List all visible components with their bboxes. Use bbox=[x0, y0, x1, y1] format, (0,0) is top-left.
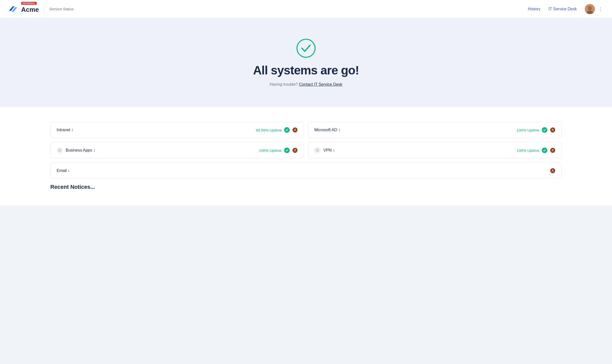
avatar-image bbox=[585, 4, 595, 14]
contact-it-link[interactable]: Contact IT Service Desk bbox=[299, 82, 342, 86]
info-icon-microsoft-ad[interactable]: ℹ bbox=[339, 128, 340, 132]
avatar[interactable] bbox=[585, 4, 595, 14]
bell-icon-business-apps[interactable]: 🔕 bbox=[292, 148, 298, 153]
svg-point-5 bbox=[588, 6, 592, 11]
bell-icon-vpn[interactable]: 🔕 bbox=[550, 148, 555, 153]
hero-subtitle: Having trouble? Contact IT Service Desk bbox=[270, 82, 342, 87]
info-icon-email[interactable]: ℹ bbox=[68, 169, 69, 173]
uptime-vpn: 100% Uptime bbox=[517, 148, 539, 153]
subtitle-prefix: Having trouble? bbox=[270, 82, 298, 86]
history-link[interactable]: History bbox=[528, 7, 541, 11]
service-card-email: Email ℹ 🔕 bbox=[50, 163, 562, 179]
bell-icon-email[interactable]: 🔕 bbox=[550, 168, 555, 173]
check-badge-intranet bbox=[284, 127, 290, 133]
info-icon-vpn[interactable]: ℹ bbox=[333, 148, 334, 152]
uptime-intranet: 99.99% Uptime bbox=[256, 128, 282, 132]
service-name-microsoft-ad: Microsoft AD ℹ bbox=[314, 128, 340, 132]
recent-notices-title: Recent Notices... bbox=[50, 184, 562, 190]
logo-text: INTERNAL Acme bbox=[21, 4, 39, 14]
recent-notices-section: Recent Notices... bbox=[50, 184, 562, 190]
svg-rect-0 bbox=[8, 4, 19, 14]
header: INTERNAL Acme Service Status History IT … bbox=[0, 0, 612, 18]
main-content: Intranet ℹ 99.99% Uptime 🔕 Microsoft AD … bbox=[0, 107, 612, 205]
page-label: Service Status bbox=[49, 7, 74, 11]
logo-link[interactable]: INTERNAL Acme bbox=[8, 4, 39, 14]
service-status-microsoft-ad: 100% Uptime 🔕 bbox=[517, 127, 555, 133]
header-divider bbox=[44, 5, 44, 13]
check-badge-vpn bbox=[542, 148, 547, 153]
service-name-business-apps: Business Apps ℹ bbox=[66, 148, 95, 153]
service-name-email: Email ℹ bbox=[57, 168, 69, 173]
user-menu: ⋮ bbox=[585, 4, 604, 14]
services-grid: Intranet ℹ 99.99% Uptime 🔕 Microsoft AD … bbox=[50, 122, 562, 159]
service-status-email: 🔕 bbox=[550, 168, 555, 173]
service-card-intranet: Intranet ℹ 99.99% Uptime 🔕 bbox=[50, 122, 304, 138]
expand-icon-vpn[interactable] bbox=[314, 147, 320, 153]
service-card-microsoft-ad: Microsoft AD ℹ 100% Uptime 🔕 bbox=[308, 122, 562, 138]
hero-title: All systems are go! bbox=[253, 63, 359, 77]
service-card-business-apps: Business Apps ℹ 100% Uptime 🔕 bbox=[50, 142, 304, 159]
service-status-business-apps: 100% Uptime 🔕 bbox=[259, 148, 298, 153]
logo-icon bbox=[8, 4, 19, 14]
service-name-vpn: VPN ℹ bbox=[323, 148, 334, 153]
service-status-intranet: 99.99% Uptime 🔕 bbox=[256, 127, 298, 133]
brand-name: Acme bbox=[21, 6, 39, 14]
bell-icon-intranet[interactable]: 🔕 bbox=[292, 127, 298, 133]
service-card-vpn: VPN ℹ 100% Uptime 🔕 bbox=[308, 142, 562, 159]
check-badge-business-apps bbox=[284, 148, 290, 153]
uptime-business-apps: 100% Uptime bbox=[259, 148, 282, 153]
more-options-button[interactable]: ⋮ bbox=[597, 5, 604, 13]
check-badge-microsoft-ad bbox=[542, 127, 547, 133]
service-status-vpn: 100% Uptime 🔕 bbox=[517, 148, 555, 153]
info-icon-intranet[interactable]: ℹ bbox=[72, 128, 73, 132]
bell-icon-microsoft-ad[interactable]: 🔕 bbox=[550, 127, 555, 133]
svg-point-7 bbox=[297, 39, 315, 57]
info-icon-business-apps[interactable]: ℹ bbox=[94, 148, 95, 152]
internal-badge: INTERNAL bbox=[21, 2, 37, 5]
service-name-intranet: Intranet ℹ bbox=[57, 128, 73, 132]
hero-section: All systems are go! Having trouble? Cont… bbox=[0, 18, 612, 107]
uptime-microsoft-ad: 100% Uptime bbox=[517, 128, 539, 132]
expand-icon-business-apps[interactable] bbox=[57, 147, 63, 153]
header-nav: History IT Service Desk ⋮ bbox=[528, 4, 604, 14]
status-check-icon bbox=[296, 38, 316, 58]
it-service-desk-link[interactable]: IT Service Desk bbox=[548, 7, 577, 11]
